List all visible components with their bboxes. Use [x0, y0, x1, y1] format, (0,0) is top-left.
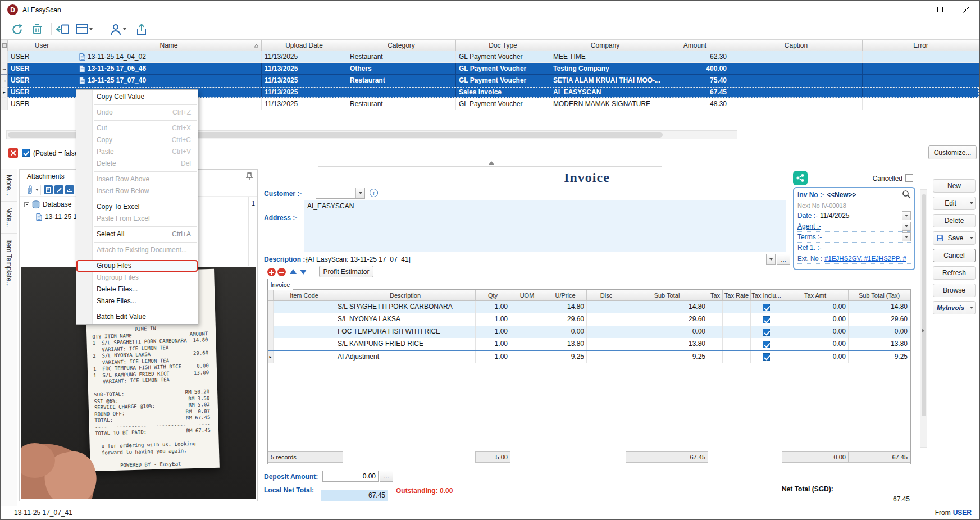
cell-item-code[interactable]	[274, 351, 335, 363]
cell-error[interactable]	[863, 75, 979, 86]
edit-button[interactable]: Edit	[933, 197, 976, 210]
splitter-handle[interactable]	[318, 166, 662, 167]
maximize-button[interactable]	[927, 1, 953, 19]
cell-uom[interactable]	[510, 351, 544, 363]
cell-amount[interactable]: 67.45	[660, 86, 730, 98]
cell-tax[interactable]	[708, 301, 723, 313]
cell-description[interactable]: S/L KAMPUNG FRIED RICE	[335, 338, 476, 350]
cell-caption[interactable]	[730, 75, 863, 86]
cell-upload-date[interactable]: 11/13/2025	[262, 98, 347, 110]
agent-label[interactable]: Agent :-	[797, 222, 821, 230]
column-header-user[interactable]: User	[8, 40, 76, 51]
cell-subtotal-tax[interactable]: 13.80	[849, 338, 910, 350]
cell-description[interactable]: S/L NYONYA LAKSA	[335, 313, 476, 326]
column-header-tax-inclusive[interactable]: Tax Inclu...	[751, 290, 782, 300]
image-icon[interactable]	[65, 185, 74, 194]
column-header-subtotal-tax[interactable]: Sub Total (Tax)	[849, 290, 910, 300]
splitter-collapse-icon[interactable]	[489, 161, 494, 165]
cell-qty[interactable]: 1.00	[476, 313, 510, 326]
pencil-icon[interactable]	[54, 185, 63, 194]
cell-tax-rate[interactable]	[723, 326, 751, 338]
cell-company[interactable]: SETIA ALAM KRUAI THAI MOO-...	[550, 75, 660, 86]
column-header-item-code[interactable]: Item Code	[274, 290, 335, 300]
vertical-scrollbar[interactable]	[920, 189, 927, 448]
cell-tax[interactable]	[708, 338, 723, 350]
select-all-cell[interactable]	[1, 40, 8, 51]
column-header-uprice[interactable]: U/Price	[544, 290, 587, 300]
cell-qty[interactable]: 1.00	[476, 301, 510, 313]
cell-category[interactable]: Restaurant	[347, 75, 456, 86]
tax-inclusive-checkbox[interactable]	[763, 304, 770, 311]
user-link[interactable]: USER	[953, 509, 972, 517]
cell-item-code[interactable]	[274, 301, 335, 313]
clipboard-icon[interactable]	[44, 185, 53, 194]
cell-error[interactable]	[863, 63, 979, 75]
tax-inclusive-checkbox[interactable]	[763, 316, 770, 323]
tab-invoice-items[interactable]: Invoice	[267, 279, 293, 290]
cell-doc-type[interactable]: GL Payment Voucher	[456, 51, 550, 63]
customize-button[interactable]: Customize...	[928, 145, 977, 159]
menu-item-delete-files[interactable]: Delete Files...	[76, 284, 198, 295]
description-more-button[interactable]: ...	[777, 254, 790, 265]
cell-tax-inclusive[interactable]	[751, 326, 782, 338]
cell-uprice[interactable]: 29.60	[544, 313, 587, 326]
table-row[interactable]: USER 13-11-25 14_04_02 11/13/2025 Restau…	[1, 51, 979, 63]
ext-no-value[interactable]: #1EJHS2GV, #1EJHS2PP, #	[824, 255, 906, 262]
column-header-error[interactable]: Error	[863, 40, 979, 51]
cell-uom[interactable]	[510, 338, 544, 350]
share-invoice-button[interactable]	[793, 171, 808, 185]
cell-description[interactable]: FOC TEMPURA FISH WITH RICE	[335, 326, 476, 338]
column-header-disc[interactable]: Disc	[587, 290, 626, 300]
cell-caption[interactable]	[730, 51, 863, 63]
cell-name[interactable]: 13-11-25 17_05_46	[76, 63, 262, 75]
terms-dropdown-button[interactable]	[902, 232, 911, 241]
column-header-upload-date[interactable]: Upload Date	[262, 40, 347, 51]
menu-item-batch-edit-value[interactable]: Batch Edit Value	[76, 311, 198, 323]
cell-disc[interactable]	[587, 313, 626, 326]
layout-panel-dropdown[interactable]	[87, 22, 95, 37]
cell-company[interactable]: Testing Company	[550, 63, 660, 75]
cell-tax-inclusive[interactable]	[751, 338, 782, 350]
description-dropdown-button[interactable]	[766, 254, 776, 265]
tab-note[interactable]: Note...	[1, 202, 17, 233]
cell-disc[interactable]	[587, 338, 626, 350]
cell-uprice[interactable]: 9.25	[544, 351, 587, 363]
column-header-description[interactable]: Description	[335, 290, 476, 300]
tab-more[interactable]: More...	[1, 169, 17, 202]
move-row-up-button[interactable]	[290, 269, 297, 274]
search-icon[interactable]	[902, 190, 911, 199]
cell-tax-rate[interactable]	[723, 351, 751, 363]
column-header-tax-rate[interactable]: Tax Rate	[723, 290, 751, 300]
edit-dropdown-button[interactable]	[968, 197, 975, 209]
column-header-doc-type[interactable]: Doc Type	[456, 40, 550, 51]
cell-tax-rate[interactable]	[723, 313, 751, 326]
cell-company[interactable]: MEE TIME	[550, 51, 660, 63]
cell-uom[interactable]	[510, 326, 544, 338]
cell-tax-rate[interactable]	[723, 301, 751, 313]
cell-upload-date[interactable]: 11/13/2025	[262, 86, 347, 98]
cell-tax-amt[interactable]: 0.00	[782, 338, 849, 350]
cell-error[interactable]	[863, 98, 979, 110]
column-header-name[interactable]: Name	[76, 40, 262, 51]
cell-upload-date[interactable]: 11/13/2025	[262, 63, 347, 75]
cell-name[interactable]: 13-11-25 17_07_40	[76, 75, 262, 86]
cell-error[interactable]	[863, 86, 979, 98]
minimize-button[interactable]	[901, 1, 927, 19]
cell-category[interactable]	[347, 86, 456, 98]
deposit-more-button[interactable]: ...	[380, 471, 393, 482]
clear-filter-button[interactable]	[8, 148, 18, 158]
cell-doc-type[interactable]: GL Payment Voucher	[456, 63, 550, 75]
paperclip-icon[interactable]	[26, 185, 34, 195]
new-button[interactable]: New	[933, 179, 976, 193]
cancel-button[interactable]: Cancel	[933, 249, 976, 262]
cell-qty[interactable]: 1.00	[476, 338, 510, 350]
cell-subtotal[interactable]: 29.60	[626, 313, 708, 326]
column-header-company[interactable]: Company	[550, 40, 660, 51]
cell-subtotal-tax[interactable]: 9.25	[849, 351, 910, 363]
tax-inclusive-checkbox[interactable]	[763, 329, 770, 336]
ext-no-row[interactable]: Ext. No : #1EJHS2GV, #1EJHS2PP, #	[797, 253, 911, 264]
column-header-caption[interactable]: Caption	[730, 40, 863, 51]
tree-node-database[interactable]: Database	[24, 199, 71, 210]
cell-amount[interactable]: 62.30	[660, 51, 730, 63]
date-row[interactable]: Date :- 11/4/2025	[797, 211, 911, 221]
